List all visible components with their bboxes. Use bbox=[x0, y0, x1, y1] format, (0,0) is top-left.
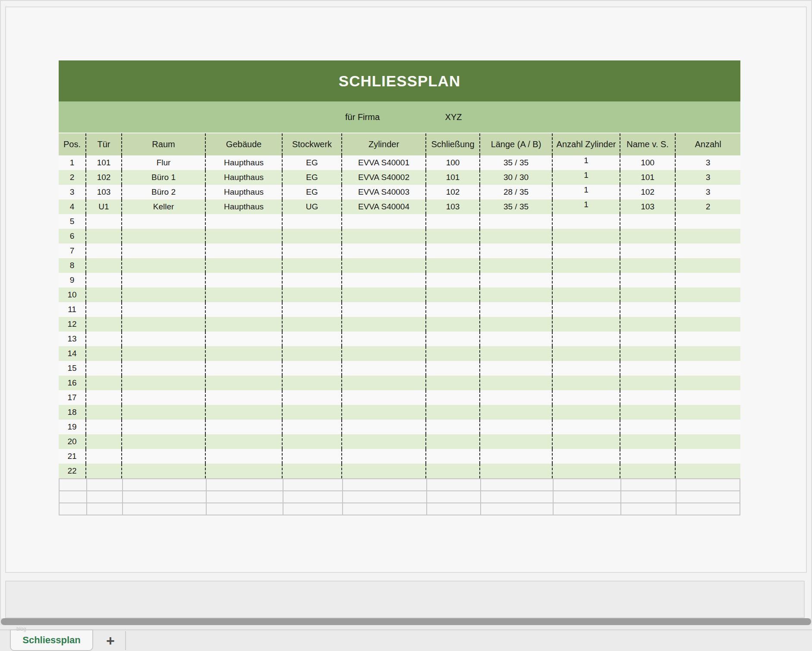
table-cell[interactable] bbox=[205, 376, 282, 390]
add-sheet-button[interactable]: + bbox=[101, 631, 120, 650]
footer-cell[interactable] bbox=[86, 479, 122, 490]
footer-cell[interactable] bbox=[426, 479, 480, 490]
table-cell[interactable] bbox=[552, 243, 620, 258]
table-cell[interactable] bbox=[341, 214, 425, 229]
table-cell[interactable] bbox=[282, 434, 341, 449]
table-cell[interactable] bbox=[479, 317, 552, 332]
table-cell[interactable] bbox=[121, 214, 205, 229]
table-cell[interactable] bbox=[552, 449, 620, 464]
table-cell[interactable] bbox=[341, 434, 425, 449]
table-cell[interactable] bbox=[675, 302, 740, 317]
table-cell[interactable] bbox=[341, 405, 425, 420]
table-cell[interactable]: Haupthaus bbox=[205, 155, 282, 170]
table-cell[interactable] bbox=[282, 449, 341, 464]
table-cell[interactable] bbox=[121, 243, 205, 258]
table-cell[interactable] bbox=[282, 302, 341, 317]
table-cell[interactable] bbox=[85, 464, 121, 478]
table-cell[interactable] bbox=[479, 258, 552, 273]
pos-cell[interactable]: 5 bbox=[59, 214, 85, 229]
table-cell[interactable] bbox=[282, 273, 341, 288]
table-cell[interactable] bbox=[479, 288, 552, 302]
table-cell[interactable] bbox=[675, 229, 740, 243]
footer-cell[interactable] bbox=[553, 479, 620, 490]
table-cell[interactable] bbox=[425, 258, 479, 273]
table-cell[interactable] bbox=[620, 258, 675, 273]
footer-cell[interactable] bbox=[60, 479, 86, 490]
table-cell[interactable] bbox=[121, 273, 205, 288]
table-cell[interactable] bbox=[552, 420, 620, 434]
table-cell[interactable] bbox=[85, 361, 121, 376]
pos-cell[interactable]: 20 bbox=[59, 434, 85, 449]
table-cell[interactable] bbox=[205, 302, 282, 317]
table-cell[interactable] bbox=[479, 449, 552, 464]
table-cell[interactable]: 2 bbox=[675, 199, 740, 214]
table-cell[interactable] bbox=[620, 361, 675, 376]
footer-cell[interactable] bbox=[206, 479, 283, 490]
table-cell[interactable] bbox=[675, 449, 740, 464]
table-cell[interactable] bbox=[425, 273, 479, 288]
table-cell[interactable] bbox=[479, 420, 552, 434]
footer-cell[interactable] bbox=[553, 503, 620, 515]
table-cell[interactable]: 100 bbox=[425, 155, 479, 170]
table-cell[interactable]: EVVA S40002 bbox=[341, 170, 425, 185]
table-cell[interactable] bbox=[121, 258, 205, 273]
table-cell[interactable] bbox=[121, 317, 205, 332]
table-cell[interactable]: 3 bbox=[675, 155, 740, 170]
table-cell[interactable] bbox=[425, 405, 479, 420]
footer-cell[interactable] bbox=[342, 503, 426, 515]
table-cell[interactable] bbox=[282, 405, 341, 420]
table-cell[interactable] bbox=[552, 405, 620, 420]
table-cell[interactable] bbox=[85, 288, 121, 302]
table-cell[interactable] bbox=[675, 405, 740, 420]
table-cell[interactable] bbox=[205, 258, 282, 273]
table-cell[interactable] bbox=[620, 317, 675, 332]
table-cell[interactable] bbox=[675, 243, 740, 258]
table-cell[interactable] bbox=[552, 273, 620, 288]
table-cell[interactable] bbox=[675, 214, 740, 229]
table-cell[interactable] bbox=[85, 420, 121, 434]
table-cell[interactable] bbox=[552, 361, 620, 376]
table-cell[interactable] bbox=[425, 332, 479, 346]
pos-cell[interactable]: 21 bbox=[59, 449, 85, 464]
table-cell[interactable] bbox=[205, 288, 282, 302]
pos-cell[interactable]: 14 bbox=[59, 346, 85, 361]
table-cell[interactable]: 1 bbox=[552, 185, 620, 199]
pos-cell[interactable]: 7 bbox=[59, 243, 85, 258]
table-cell[interactable] bbox=[205, 243, 282, 258]
table-cell[interactable] bbox=[282, 376, 341, 390]
table-cell[interactable]: 101 bbox=[85, 155, 121, 170]
table-cell[interactable]: 3 bbox=[675, 185, 740, 199]
table-cell[interactable] bbox=[675, 434, 740, 449]
table-cell[interactable]: EVVA S40004 bbox=[341, 199, 425, 214]
table-cell[interactable]: EVVA S40003 bbox=[341, 185, 425, 199]
table-cell[interactable] bbox=[552, 376, 620, 390]
table-cell[interactable] bbox=[85, 243, 121, 258]
table-cell[interactable]: 102 bbox=[425, 185, 479, 199]
table-cell[interactable] bbox=[552, 434, 620, 449]
table-cell[interactable] bbox=[341, 376, 425, 390]
table-cell[interactable] bbox=[425, 390, 479, 405]
table-cell[interactable] bbox=[425, 376, 479, 390]
table-cell[interactable] bbox=[85, 317, 121, 332]
table-cell[interactable]: EVVA S40001 bbox=[341, 155, 425, 170]
table-cell[interactable]: 102 bbox=[620, 185, 675, 199]
table-cell[interactable]: Haupthaus bbox=[205, 170, 282, 185]
table-cell[interactable] bbox=[479, 376, 552, 390]
table-cell[interactable] bbox=[620, 229, 675, 243]
table-cell[interactable] bbox=[425, 361, 479, 376]
table-cell[interactable] bbox=[552, 258, 620, 273]
table-cell[interactable]: EG bbox=[282, 170, 341, 185]
pos-cell[interactable]: 1 bbox=[59, 155, 85, 170]
table-cell[interactable]: 1 bbox=[552, 170, 620, 185]
table-cell[interactable]: Haupthaus bbox=[205, 185, 282, 199]
table-cell[interactable] bbox=[675, 288, 740, 302]
table-cell[interactable] bbox=[205, 229, 282, 243]
table-cell[interactable]: 100 bbox=[620, 155, 675, 170]
table-cell[interactable]: EG bbox=[282, 185, 341, 199]
table-cell[interactable] bbox=[282, 288, 341, 302]
table-cell[interactable] bbox=[620, 390, 675, 405]
table-cell[interactable] bbox=[552, 464, 620, 478]
footer-cell[interactable] bbox=[122, 491, 206, 502]
footer-cell[interactable] bbox=[60, 503, 86, 515]
table-cell[interactable] bbox=[282, 390, 341, 405]
